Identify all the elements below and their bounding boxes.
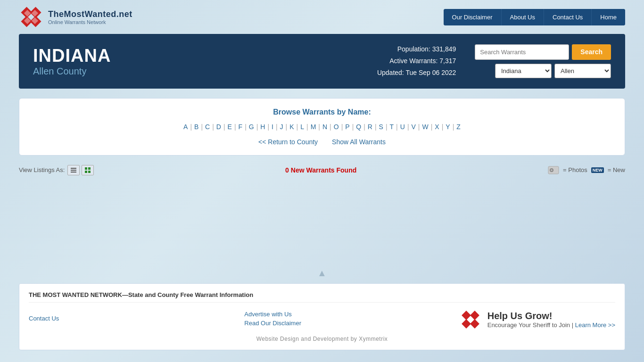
disclaimer-nav-btn[interactable]: Our Disclaimer (444, 9, 502, 25)
svg-rect-14 (88, 171, 91, 173)
alpha-link-t[interactable]: T (388, 122, 396, 132)
updated-stat: Updated: Tue Sep 06 2022 (130, 67, 456, 79)
view-icons (67, 165, 94, 175)
state-info: INDIANA Allen County (33, 46, 111, 77)
state-title: INDIANA (33, 46, 111, 66)
contact-nav-btn[interactable]: Contact Us (544, 9, 592, 25)
footer-credit: Website Design and Development by Xymmet… (29, 336, 615, 342)
alpha-link-n[interactable]: N (321, 122, 329, 132)
alpha-link-i[interactable]: I (270, 122, 275, 132)
main-content: Browse Warrants by Name: A|B|C|D|E|F|G|H… (19, 98, 625, 258)
photo-legend-icon (548, 166, 559, 174)
list-icon (70, 167, 77, 173)
learn-more-link[interactable]: Learn More >> (575, 321, 615, 329)
nav-button-group: Our Disclaimer About Us Contact Us Home (444, 9, 625, 25)
alpha-link-k[interactable]: K (288, 122, 296, 132)
alpha-link-j[interactable]: J (278, 122, 285, 132)
grow-text-block: Help Us Grow! Encourage Your Sheriff to … (487, 311, 615, 329)
alpha-link-y[interactable]: Y (444, 122, 452, 132)
alpha-link-v[interactable]: V (410, 122, 418, 132)
legend-area: = Photos NEW = New (548, 166, 625, 174)
svg-rect-10 (71, 172, 76, 173)
alpha-link-c[interactable]: C (203, 122, 212, 132)
footer-grow-section: Help Us Grow! Encourage Your Sheriff to … (460, 309, 615, 330)
footer-advertise-link[interactable]: Advertise with Us (244, 311, 450, 318)
browse-box: Browse Warrants by Name: A|B|C|D|E|F|G|H… (19, 98, 625, 156)
svg-rect-18 (462, 311, 471, 320)
svg-rect-13 (85, 171, 87, 173)
logo-subtitle: Online Warrants Network (48, 19, 132, 25)
footer-columns: Contact Us Advertise with Us Read Our Di… (29, 309, 615, 330)
alpha-link-h[interactable]: H (258, 122, 267, 132)
dropdowns-row: Indiana Allen (495, 64, 611, 78)
new-legend-badge: NEW (591, 167, 604, 173)
county-select[interactable]: Allen (554, 64, 611, 78)
logo-title: TheMostWanted.net (48, 9, 132, 19)
alpha-link-o[interactable]: O (332, 122, 341, 132)
browse-title: Browse Warrants by Name: (33, 108, 611, 116)
footer-title: THE MOST WANTED NETWORK—State and County… (29, 291, 615, 303)
warrants-content-area (19, 183, 625, 258)
footer-col-advertise: Advertise with Us Read Our Disclaimer (244, 311, 450, 329)
search-area: Search Indiana Allen (475, 44, 611, 78)
footer-col-contact: Contact Us (29, 315, 235, 324)
population-stat: Population: 331,849 (130, 43, 456, 55)
svg-rect-21 (470, 319, 479, 329)
top-navigation: TheMostWanted.net Online Warrants Networ… (0, 0, 644, 34)
search-input[interactable] (475, 44, 569, 60)
svg-rect-12 (88, 167, 91, 170)
svg-rect-11 (85, 167, 87, 170)
grid-icon (84, 167, 91, 173)
alpha-link-m[interactable]: M (309, 122, 318, 132)
footer-contact-link[interactable]: Contact Us (29, 315, 235, 322)
site-logo-icon (19, 5, 43, 29)
return-to-county-link[interactable]: << Return to County (258, 138, 318, 146)
svg-rect-20 (462, 319, 471, 329)
svg-point-17 (551, 169, 553, 171)
footer: THE MOST WANTED NETWORK—State and County… (19, 283, 625, 350)
logo-area: TheMostWanted.net Online Warrants Networ… (19, 5, 132, 29)
home-nav-btn[interactable]: Home (592, 9, 625, 25)
state-select[interactable]: Indiana (495, 64, 552, 78)
warrants-stat: Active Warrants: 7,317 (130, 55, 456, 67)
new-warrants-text: 0 New Warrants Found (94, 166, 548, 174)
svg-rect-9 (71, 170, 76, 171)
alpha-link-p[interactable]: P (343, 122, 351, 132)
alpha-link-e[interactable]: E (226, 122, 234, 132)
alpha-link-u[interactable]: U (398, 122, 407, 132)
grow-title: Help Us Grow! (487, 311, 615, 321)
photos-legend-text: = Photos (563, 166, 587, 173)
grow-description: Encourage Your Sheriff to Join | Learn M… (487, 321, 615, 329)
alpha-link-d[interactable]: D (215, 122, 223, 132)
search-row: Search (475, 44, 611, 60)
svg-rect-8 (71, 168, 76, 169)
alpha-link-z[interactable]: Z (454, 122, 462, 132)
grid-view-btn[interactable] (82, 165, 94, 175)
about-nav-btn[interactable]: About Us (502, 9, 544, 25)
alphabet-row: A|B|C|D|E|F|G|H|I|J|K|L|M|N|O|P|Q|R|S|T|… (33, 122, 611, 132)
browse-links: << Return to County Show All Warrants (33, 138, 611, 146)
alpha-link-s[interactable]: S (377, 122, 385, 132)
show-all-warrants-link[interactable]: Show All Warrants (332, 138, 386, 146)
alpha-link-q[interactable]: Q (354, 122, 363, 132)
alpha-link-w[interactable]: W (421, 122, 430, 132)
county-title: Allen County (33, 66, 111, 77)
alpha-link-b[interactable]: B (192, 122, 200, 132)
alpha-link-x[interactable]: X (433, 122, 441, 132)
alpha-link-f[interactable]: F (237, 122, 245, 132)
new-legend-text: = New (608, 166, 625, 173)
footer-disclaimer-link[interactable]: Read Our Disclaimer (244, 320, 450, 327)
chevron-separator: ▲ (0, 268, 644, 279)
search-button[interactable]: Search (572, 44, 611, 60)
logo-text-block: TheMostWanted.net Online Warrants Networ… (48, 9, 132, 25)
alpha-link-a[interactable]: A (182, 122, 190, 132)
header-banner: INDIANA Allen County Population: 331,849… (19, 34, 625, 89)
view-listings-label: View Listings As: (19, 166, 65, 173)
svg-rect-19 (470, 311, 479, 320)
alpha-link-l[interactable]: L (298, 122, 306, 132)
grow-logo-icon (460, 309, 481, 330)
alpha-link-r[interactable]: R (366, 122, 374, 132)
stats-area: Population: 331,849 Active Warrants: 7,3… (130, 43, 456, 79)
list-view-btn[interactable] (67, 165, 80, 175)
alpha-link-g[interactable]: G (247, 122, 256, 132)
